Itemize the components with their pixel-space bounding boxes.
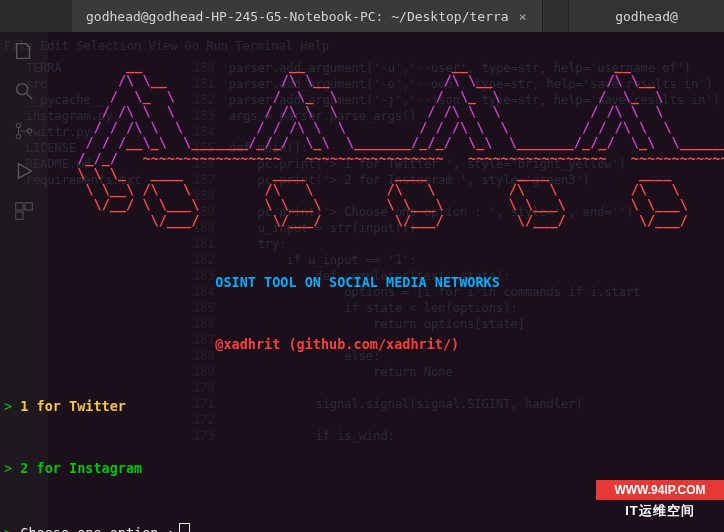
- opt2-text: for Instagram: [37, 460, 143, 476]
- terminal-output[interactable]: __ __ __ __ __ /\ \__ /\ \__ /\ \__ /\ \…: [0, 32, 724, 532]
- prompt-text: Choose one option :: [20, 525, 174, 533]
- tab-bar: godhead@godhead-HP-245-G5-Notebook-PC: ~…: [0, 0, 724, 33]
- blank4: [4, 430, 720, 446]
- watermark-text: IT运维空间: [625, 502, 695, 520]
- terminal-tab-2[interactable]: godhead@: [568, 0, 724, 32]
- gt3: >: [4, 525, 12, 533]
- tab-title: godhead@godhead-HP-245-G5-Notebook-PC: ~…: [86, 9, 509, 24]
- watermark-sub: IT运维空间: [596, 502, 724, 520]
- tabbar-rest: [543, 0, 568, 32]
- terminal-tab-active[interactable]: godhead@godhead-HP-245-G5-Notebook-PC: ~…: [72, 0, 543, 32]
- tagline-row: OSINT TOOL ON SOCIAL MEDIA NETWORKS: [4, 275, 720, 291]
- menu-line-1: > 1 for Twitter: [4, 399, 720, 415]
- tab2-title: godhead@: [615, 9, 678, 24]
- close-icon[interactable]: ×: [517, 9, 529, 24]
- blank3: [4, 368, 720, 384]
- cursor: [179, 523, 190, 533]
- workspace: File Edit Selection View Go Run Terminal…: [0, 32, 724, 532]
- blank1: [4, 244, 720, 260]
- blank2: [4, 306, 720, 322]
- handle-row: @xadhrit (github.com/xadhrit/): [4, 337, 720, 353]
- prompt-line[interactable]: > Choose one option :: [4, 523, 720, 533]
- gt1: >: [4, 398, 12, 414]
- tagline: OSINT TOOL ON SOCIAL MEDIA NETWORKS: [215, 274, 499, 290]
- author-handle: @xadhrit (github.com/xadhrit/): [215, 336, 459, 352]
- watermark-url: WWW.94IP.COM: [614, 483, 705, 497]
- opt2-num: 2: [20, 460, 28, 476]
- watermark-bar: WWW.94IP.COM: [596, 480, 724, 500]
- menu-line-2: > 2 for Instagram: [4, 461, 720, 477]
- gt2: >: [4, 460, 12, 476]
- opt1-num: 1: [20, 398, 28, 414]
- ascii-banner: __ __ __ __ __ /\ \__ /\ \__ /\ \__ /\ \…: [4, 58, 720, 229]
- tabbar-spacer: [0, 0, 72, 32]
- opt1-text: for Twitter: [37, 398, 126, 414]
